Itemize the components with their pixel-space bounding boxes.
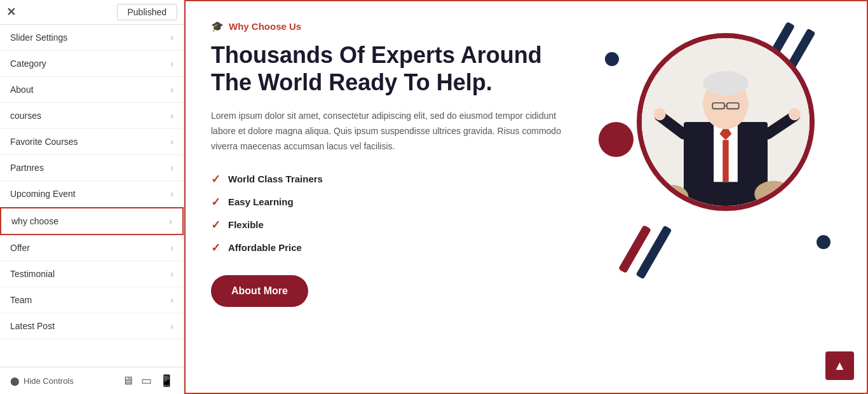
sidebar-item-label-latest-post: Latest Post <box>10 321 55 331</box>
sidebar-item-latest-post[interactable]: Latest Post› <box>0 313 184 339</box>
sidebar-item-label-slider-settings: Slider Settings <box>10 32 67 43</box>
chevron-right-icon: › <box>169 216 172 226</box>
sidebar-header: ✕ Published <box>0 0 184 25</box>
sidebar-item-label-offer: Offer <box>10 243 30 253</box>
chevron-right-icon: › <box>170 189 173 199</box>
chevron-right-icon: › <box>170 269 173 279</box>
chevron-right-icon: › <box>170 321 173 331</box>
feature-text: Easy Learning <box>228 196 294 207</box>
chevron-right-icon: › <box>170 32 173 43</box>
expert-image-circle <box>637 33 815 211</box>
dot-bottom-right <box>817 235 831 249</box>
list-item: ✓Affordable Price <box>211 241 567 255</box>
list-item: ✓Flexible <box>211 218 567 232</box>
chevron-right-icon: › <box>170 58 173 69</box>
sidebar-item-offer[interactable]: Offer› <box>0 235 184 261</box>
tag-label: Why Choose Us <box>229 21 301 32</box>
main-content: 🎓 Why Choose Us Thousands Of Experts Aro… <box>184 0 868 394</box>
chevron-right-icon: › <box>170 85 173 95</box>
sidebar-item-category[interactable]: Category› <box>0 51 184 77</box>
main-inner: 🎓 Why Choose Us Thousands Of Experts Aro… <box>186 1 867 383</box>
scroll-top-button[interactable]: ▲ <box>825 351 854 380</box>
svg-rect-4 <box>722 140 728 182</box>
sidebar-footer: ⬤ Hide Controls 🖥 ▭ 📱 <box>0 367 184 394</box>
close-button[interactable]: ✕ <box>6 5 16 19</box>
image-placeholder <box>642 38 810 206</box>
sidebar-item-upcoming-event[interactable]: Upcoming Event› <box>0 181 184 207</box>
list-item: ✓Easy Learning <box>211 195 567 209</box>
feature-text: Affordable Price <box>228 242 302 253</box>
features-list: ✓World Class Trainers✓Easy Learning✓Flex… <box>211 172 567 255</box>
section-tag: 🎓 Why Choose Us <box>211 20 567 32</box>
about-more-button[interactable]: About More <box>211 275 308 307</box>
sidebar-item-why-choose[interactable]: why choose› <box>0 207 184 235</box>
check-icon: ✓ <box>211 195 220 209</box>
graduation-icon: 🎓 <box>211 20 224 32</box>
sidebar-item-label-team: Team <box>10 295 32 305</box>
dot-red-center <box>599 122 634 157</box>
circle-icon: ⬤ <box>10 376 20 386</box>
mobile-icon[interactable]: 📱 <box>159 374 173 388</box>
tablet-icon[interactable]: ▭ <box>141 374 152 388</box>
left-section: 🎓 Why Choose Us Thousands Of Experts Aro… <box>211 20 567 307</box>
list-item: ✓World Class Trainers <box>211 172 567 186</box>
check-icon: ✓ <box>211 218 220 232</box>
sidebar-item-team[interactable]: Team› <box>0 287 184 313</box>
feature-text: Flexible <box>228 219 264 230</box>
main-heading: Thousands Of Experts Around The World Re… <box>211 41 567 96</box>
chevron-right-icon: › <box>170 163 173 173</box>
sidebar-item-courses[interactable]: courses› <box>0 103 184 129</box>
footer-icons: 🖥 ▭ 📱 <box>122 374 173 388</box>
sidebar-item-favorite-courses[interactable]: Favorite Courses› <box>0 129 184 155</box>
sidebar-item-label-category: Category <box>10 58 46 69</box>
check-icon: ✓ <box>211 172 220 186</box>
chevron-right-icon: › <box>170 295 173 305</box>
sidebar-item-label-partnres: Partnres <box>10 163 44 173</box>
sidebar-item-slider-settings[interactable]: Slider Settings› <box>0 25 184 51</box>
chevron-right-icon: › <box>170 111 173 121</box>
svg-point-15 <box>754 180 792 206</box>
svg-point-12 <box>654 108 666 120</box>
feature-text: World Class Trainers <box>228 173 323 184</box>
desktop-icon[interactable]: 🖥 <box>122 374 133 388</box>
svg-point-13 <box>789 108 801 120</box>
hide-controls-label: Hide Controls <box>24 376 74 386</box>
sidebar-item-label-testimonial: Testimonial <box>10 269 55 279</box>
description-text: Lorem ipsum dolor sit amet, consectetur … <box>211 109 567 154</box>
published-button[interactable]: Published <box>117 4 178 20</box>
sidebar-item-label-upcoming-event: Upcoming Event <box>10 189 76 199</box>
chevron-right-icon: › <box>170 243 173 253</box>
sidebar-item-label-why-choose: why choose <box>11 216 58 226</box>
sidebar-item-label-about: About <box>10 85 34 95</box>
sidebar-item-testimonial[interactable]: Testimonial› <box>0 261 184 287</box>
sidebar-list: Slider Settings›Category›About›courses›F… <box>0 25 184 367</box>
right-section <box>592 20 834 287</box>
svg-point-6 <box>703 71 749 95</box>
sidebar: ✕ Published Slider Settings›Category›Abo… <box>0 0 184 394</box>
sidebar-item-label-courses: courses <box>10 111 41 121</box>
dot-top-left <box>605 52 619 66</box>
check-icon: ✓ <box>211 241 220 255</box>
hide-controls-button[interactable]: ⬤ Hide Controls <box>10 376 74 386</box>
sidebar-item-about[interactable]: About› <box>0 77 184 103</box>
sidebar-item-partnres[interactable]: Partnres› <box>0 155 184 181</box>
chevron-right-icon: › <box>170 137 173 147</box>
sidebar-item-label-favorite-courses: Favorite Courses <box>10 137 78 147</box>
expert-image-svg <box>642 38 810 206</box>
